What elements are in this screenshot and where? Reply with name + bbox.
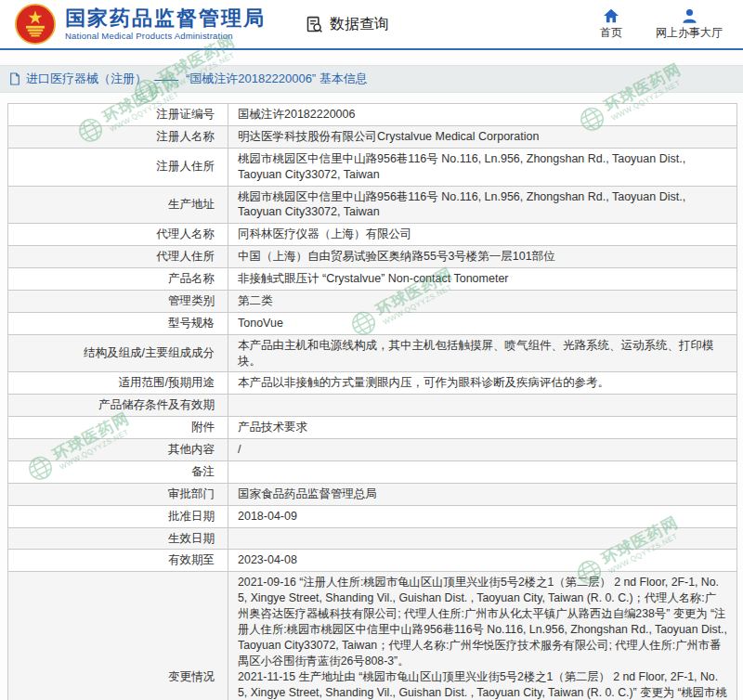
- home-icon: [603, 8, 619, 23]
- table-row: 生产地址桃园市桃园区中信里中山路956巷116号 No.116, Ln.956,…: [8, 186, 737, 224]
- field-label: 结构及组成/主要组成成分: [8, 334, 228, 372]
- nav-service-hall[interactable]: 网上办事大厅: [656, 8, 723, 41]
- table-row: 结构及组成/主要组成成分本产品由主机和电源线构成，其中主机包括触摸屏、喷气组件、…: [8, 334, 737, 372]
- field-label: 产品储存条件及有效期: [8, 395, 228, 417]
- data-query-label: 数据查询: [330, 15, 389, 34]
- table-row: 变更情况2021-09-16 “注册人住所:桃园市龟山区山顶里兴业街5号2楼之1…: [8, 572, 737, 700]
- breadcrumb-separator: ——: [154, 72, 178, 86]
- header: 国家药品监督管理局 National Medical Products Admi…: [0, 0, 743, 50]
- change-paragraph: 2021-09-16 “注册人住所:桃园市龟山区山顶里兴业街5号2楼之1（第二层…: [238, 575, 727, 669]
- field-value: [228, 460, 737, 483]
- field-label: 生效日期: [8, 527, 228, 550]
- table-row: 代理人名称同科林医疗仪器（上海）有限公司: [8, 224, 737, 246]
- nav-home[interactable]: 首页: [600, 8, 622, 41]
- field-label: 管理类别: [8, 290, 228, 312]
- national-emblem-logo: [15, 4, 56, 45]
- field-label: 产品名称: [8, 268, 228, 291]
- field-value: 2023-04-08: [228, 550, 737, 572]
- field-value: 非接触式眼压计 “Crystalvue” Non-contact Tonomet…: [228, 268, 737, 291]
- field-value: 同科林医疗仪器（上海）有限公司: [228, 224, 737, 246]
- field-value: 桃园市桃园区中信里中山路956巷116号 No.116, Ln.956, Zho…: [228, 186, 737, 224]
- table-row: 注册证编号国械注许20182220006: [8, 104, 737, 126]
- change-paragraph: 2021-11-15 生产地址由 “桃园市龟山区山顶里兴业街5号2楼之1（第二层…: [238, 669, 727, 700]
- field-label: 有效期至: [8, 550, 228, 572]
- data-query-icon: [305, 15, 324, 34]
- field-label: 注册证编号: [8, 104, 228, 126]
- table-row: 审批部门国家食品药品监督管理总局: [8, 483, 737, 505]
- field-label: 注册人名称: [8, 125, 228, 148]
- field-label: 注册人住所: [8, 148, 228, 186]
- registration-info-table: 注册证编号国械注许20182220006注册人名称明达医学科技股份有限公司Cry…: [7, 103, 737, 700]
- field-value: /: [228, 439, 737, 461]
- field-value: 中国（上海）自由贸易试验区奥纳路55号3号楼第一层101部位: [228, 246, 737, 268]
- person-icon: [682, 8, 697, 23]
- field-value: [228, 527, 737, 550]
- field-label: 其他内容: [8, 439, 228, 461]
- field-value: 2018-04-09: [228, 505, 737, 527]
- table-row: 代理人住所中国（上海）自由贸易试验区奥纳路55号3号楼第一层101部位: [8, 246, 737, 268]
- field-value: 国家食品药品监督管理总局: [228, 483, 737, 505]
- org-name-cn: 国家药品监督管理局: [65, 7, 266, 30]
- breadcrumb-current: “国械注许20182220006” 基本信息: [186, 71, 368, 87]
- field-label: 生产地址: [8, 186, 228, 224]
- table-row: 产品名称非接触式眼压计 “Crystalvue” Non-contact Ton…: [8, 268, 737, 291]
- table-row: 其他内容/: [8, 439, 737, 461]
- field-value: 产品技术要求: [228, 417, 737, 439]
- field-value: 国械注许20182220006: [228, 104, 737, 126]
- field-label: 变更情况: [8, 572, 228, 700]
- header-nav: 首页 网上办事大厅: [600, 8, 728, 41]
- field-label: 备注: [8, 460, 228, 483]
- breadcrumb-section[interactable]: 进口医疗器械（注册）: [26, 71, 147, 87]
- field-label: 型号规格: [8, 312, 228, 334]
- table-row: 管理类别第二类: [8, 290, 737, 312]
- field-value: [228, 395, 737, 417]
- org-title-block: 国家药品监督管理局 National Medical Products Admi…: [65, 7, 266, 40]
- field-value: 本产品由主机和电源线构成，其中主机包括触摸屏、喷气组件、光路系统、运动系统、打印…: [228, 334, 737, 372]
- table-row: 批准日期2018-04-09: [8, 505, 737, 527]
- nav-service-hall-label: 网上办事大厅: [656, 25, 723, 41]
- table-row: 生效日期: [8, 527, 737, 550]
- field-value: 第二类: [228, 290, 737, 312]
- breadcrumb: 进口医疗器械（注册） —— “国械注许20182220006” 基本信息: [0, 65, 743, 93]
- field-value: 2021-09-16 “注册人住所:桃园市龟山区山顶里兴业街5号2楼之1（第二层…: [228, 572, 737, 700]
- table-row: 产品储存条件及有效期: [8, 395, 737, 417]
- table-row: 备注: [8, 460, 737, 483]
- table-row: 型号规格TonoVue: [8, 312, 737, 334]
- field-label: 代理人名称: [8, 224, 228, 246]
- field-label: 审批部门: [8, 483, 228, 505]
- field-value: 明达医学科技股份有限公司Crystalvue Medical Corporati…: [228, 125, 737, 148]
- field-label: 批准日期: [8, 505, 228, 527]
- data-query-nav[interactable]: 数据查询: [305, 15, 389, 34]
- table-row: 注册人名称明达医学科技股份有限公司Crystalvue Medical Corp…: [8, 125, 737, 148]
- nav-home-label: 首页: [600, 25, 622, 41]
- field-label: 适用范围/预期用途: [8, 372, 228, 395]
- field-label: 代理人住所: [8, 246, 228, 268]
- field-value: 桃园市桃园区中信里中山路956巷116号 No.116, Ln.956, Zho…: [228, 148, 737, 186]
- table-row: 适用范围/预期用途本产品以非接触的方式量测眼内压，可作为眼科诊断及疾病评估的参考…: [8, 372, 737, 395]
- field-label: 附件: [8, 417, 228, 439]
- org-name-en: National Medical Products Administration: [65, 31, 266, 41]
- table-row: 附件产品技术要求: [8, 417, 737, 439]
- document-icon: [9, 72, 20, 85]
- field-value: TonoVue: [228, 312, 737, 334]
- table-row: 有效期至2023-04-08: [8, 550, 737, 572]
- field-value: 本产品以非接触的方式量测眼内压，可作为眼科诊断及疾病评估的参考。: [228, 372, 737, 395]
- table-row: 注册人住所桃园市桃园区中信里中山路956巷116号 No.116, Ln.956…: [8, 148, 737, 186]
